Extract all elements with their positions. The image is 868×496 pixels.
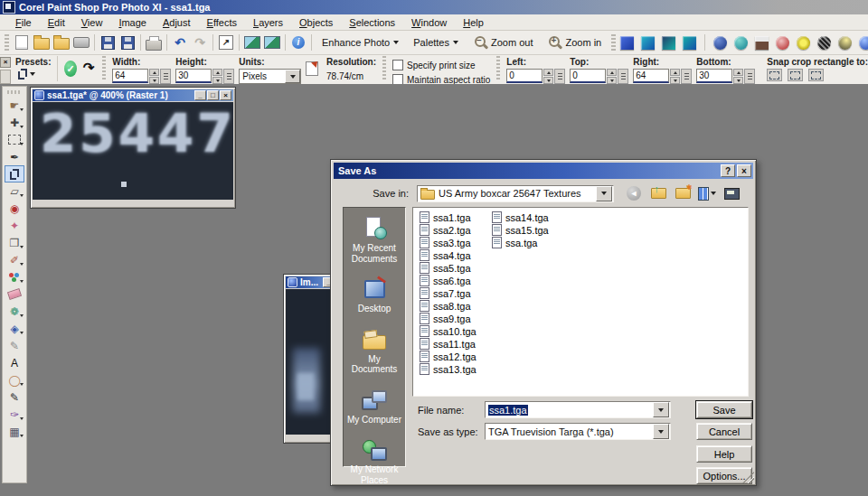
file-item[interactable]: ssa.tga — [492, 238, 549, 248]
spinner-menu-button[interactable] — [554, 69, 565, 84]
left-input[interactable]: 0 — [506, 69, 542, 83]
warp-brush-tool[interactable]: ✑ — [5, 406, 24, 423]
file-item[interactable]: ssa15.tga — [492, 225, 549, 235]
palette-grip[interactable] — [7, 90, 22, 94]
cancel-button[interactable]: Cancel — [696, 423, 752, 440]
resolution-page-icon[interactable] — [306, 61, 318, 76]
open-file-icon[interactable] — [32, 33, 52, 52]
image-window-titlebar[interactable]: Im... _ — [286, 276, 336, 288]
close-icon[interactable]: × — [0, 57, 11, 68]
effects-icon-7[interactable] — [753, 33, 770, 52]
eraser-tool[interactable] — [5, 285, 24, 303]
menu-item[interactable]: Selections — [341, 16, 403, 29]
image-window-ssa1[interactable]: ssa1.tga* @ 400% (Raster 1) _ □ × 25447 — [30, 87, 236, 209]
zoom-out-button[interactable]: − Zoom out — [466, 34, 540, 51]
file-item[interactable]: ssa8.tga — [420, 301, 476, 311]
toolbar-grip[interactable] — [5, 34, 9, 51]
preset-shape-tool[interactable]: ◯ — [5, 371, 24, 388]
effects-icon-1[interactable] — [618, 33, 636, 52]
save-as-type-select[interactable]: TGA Truevision Targa (*.tga) — [485, 423, 671, 440]
dialog-titlebar[interactable]: Save As ? × — [334, 163, 753, 179]
paint-brush-tool[interactable]: ✐ — [5, 251, 24, 268]
close-button[interactable]: × — [737, 164, 751, 177]
spinner-menu-button[interactable] — [223, 69, 234, 84]
pin-icon[interactable] — [0, 70, 11, 84]
up-one-level-button[interactable] — [649, 185, 667, 201]
apply-button[interactable]: ✓ — [64, 61, 76, 77]
makeover-tool[interactable]: ✦ — [5, 217, 24, 234]
effects-icon-3[interactable] — [660, 33, 677, 52]
place-desktop[interactable]: Desktop — [344, 277, 404, 314]
maximize-button[interactable]: □ — [207, 90, 219, 100]
spin-down-icon[interactable] — [212, 77, 222, 84]
scan-icon[interactable] — [71, 33, 91, 52]
image-canvas[interactable]: 25447 — [33, 102, 233, 200]
menu-item[interactable]: Adjust — [155, 16, 199, 29]
file-item[interactable]: ssa13.tga — [420, 364, 476, 374]
file-item[interactable]: ssa5.tga — [420, 263, 476, 273]
pan-tool[interactable]: ☛ — [5, 97, 24, 114]
effects-icon-5[interactable] — [712, 33, 729, 52]
snap-full-image-button[interactable] — [767, 69, 782, 81]
file-item[interactable]: ssa6.tga — [420, 276, 476, 285]
place-my-computer[interactable]: My Computer — [344, 388, 404, 426]
specify-print-size-checkbox[interactable]: Specify print size — [392, 60, 490, 70]
image-canvas[interactable] — [286, 289, 336, 435]
color-changer-tool[interactable] — [5, 268, 24, 285]
image-window-titlebar[interactable]: ssa1.tga* @ 400% (Raster 1) _ □ × — [33, 89, 233, 101]
top-input[interactable]: 0 — [570, 69, 606, 83]
browse-folders-icon[interactable] — [52, 33, 71, 52]
crop-tool[interactable] — [5, 165, 24, 182]
bottom-input[interactable]: 30 — [696, 69, 732, 83]
effects-icon-9[interactable] — [795, 33, 812, 52]
resize-icon[interactable]: ↗ — [216, 33, 236, 52]
file-item[interactable]: ssa12.tga — [420, 351, 476, 361]
enhance-photo-button[interactable]: Enhance Photo — [315, 36, 406, 49]
menu-item[interactable]: Objects — [291, 16, 341, 29]
spinner-menu-button[interactable] — [618, 69, 628, 84]
selection-tool[interactable] — [5, 131, 24, 148]
file-item[interactable]: ssa11.tga — [420, 339, 476, 349]
redo-icon[interactable]: ↷ — [190, 33, 210, 52]
back-button[interactable]: ◄ — [625, 185, 643, 201]
spin-up-icon[interactable] — [149, 69, 159, 76]
close-button[interactable]: × — [220, 90, 231, 100]
palettes-button[interactable]: Palettes — [406, 36, 466, 49]
menu-item[interactable]: Edit — [40, 16, 73, 29]
spin-down-icon[interactable] — [149, 77, 159, 84]
right-input[interactable]: 64 — [633, 69, 669, 83]
effects-icon-11[interactable] — [836, 33, 854, 52]
undo-icon[interactable]: ↶ — [170, 33, 190, 52]
file-item[interactable]: ssa2.tga — [420, 225, 476, 235]
save-in-combo[interactable]: US Army boxcar 25647 Textures — [417, 185, 614, 202]
save-icon[interactable] — [98, 33, 118, 52]
zoom-in-button[interactable]: + Zoom in — [540, 34, 609, 51]
mesh-warp-tool[interactable]: ▦ — [5, 423, 24, 440]
text-tool[interactable]: A — [5, 354, 24, 371]
info-icon[interactable]: i — [288, 33, 308, 52]
effects-icon-6[interactable] — [732, 33, 750, 52]
place-my-recent-documents[interactable]: My Recent Documents — [344, 217, 404, 264]
chevron-down-icon[interactable] — [653, 424, 669, 439]
help-button[interactable]: ? — [721, 164, 735, 177]
spinner-menu-button[interactable] — [160, 69, 171, 84]
file-name-input[interactable]: ssa1.tga — [485, 401, 671, 418]
presets-dropdown[interactable] — [15, 69, 51, 80]
file-item[interactable]: ssa1.tga — [420, 212, 476, 222]
desktop-folder-button[interactable] — [722, 185, 741, 201]
file-item[interactable]: ssa3.tga — [420, 238, 476, 248]
file-list[interactable]: ssa1.tga ssa2.tga ssa3.tga ssa4.tga — [412, 207, 749, 397]
place-my-documents[interactable]: My Documents — [344, 328, 404, 375]
dropper-tool[interactable]: ✒ — [5, 148, 24, 165]
print-icon[interactable] — [144, 33, 164, 52]
snap-selection-button[interactable] — [808, 69, 824, 81]
menu-item[interactable]: Effects — [199, 16, 245, 29]
chevron-down-icon[interactable] — [653, 402, 669, 417]
snap-layer-opaque-button[interactable] — [788, 69, 803, 81]
reset-button[interactable]: ↷ — [81, 60, 97, 76]
pen-tool[interactable]: ✎ — [5, 388, 24, 406]
file-item[interactable]: ssa10.tga — [420, 326, 476, 336]
menu-item[interactable]: Layers — [245, 16, 291, 29]
menu-item[interactable]: File — [7, 16, 40, 29]
save-button[interactable]: Save — [696, 401, 752, 418]
